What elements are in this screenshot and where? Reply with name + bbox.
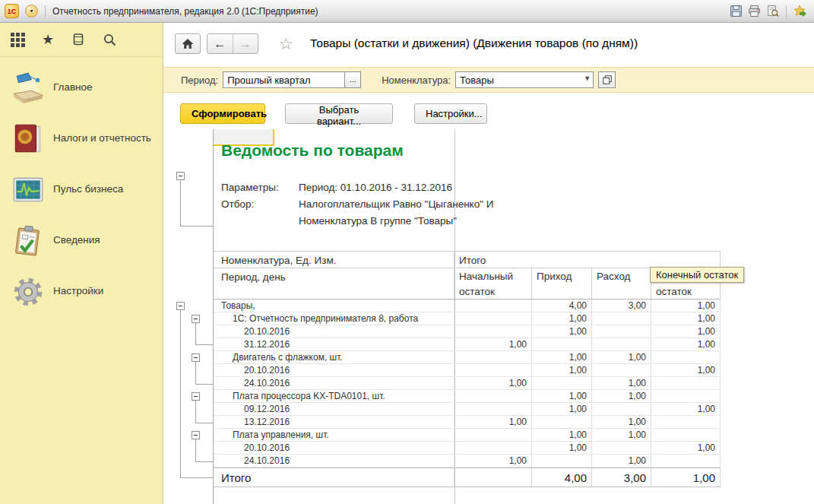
nomenclature-input[interactable] (455, 71, 594, 88)
cell-name[interactable]: 20.10.2016 (214, 325, 455, 338)
print-preview-icon[interactable] (766, 5, 779, 17)
period-ellipsis-button[interactable]: ... (344, 71, 361, 88)
favorites-star-arrow-icon[interactable] (793, 5, 806, 17)
sidebar-item-puls[interactable]: Пульс бизнеса (0, 163, 163, 214)
search-icon[interactable] (103, 33, 117, 47)
cell-end-balance[interactable] (651, 351, 721, 363)
cell-outflow[interactable]: 1,00 (592, 455, 651, 467)
cell-outflow[interactable]: 3,00 (592, 300, 651, 312)
sidebar-item-glavnoe[interactable]: Главное (0, 62, 163, 113)
cell-start-balance[interactable] (455, 364, 532, 376)
cell-inflow[interactable]: 1,00 (532, 429, 592, 441)
cell-end-balance[interactable]: 1,00 (651, 312, 721, 325)
table-row[interactable]: 24.10.2016 1,00 1,00 (214, 455, 721, 468)
cell-outflow[interactable] (592, 403, 651, 415)
cell-end-balance[interactable]: 1,00 (651, 300, 721, 312)
cell-outflow[interactable] (592, 364, 651, 376)
cell-inflow[interactable]: 1,00 (532, 364, 592, 376)
cell-end-balance[interactable] (651, 455, 721, 467)
cell-inflow[interactable]: 1,00 (532, 390, 592, 402)
generate-button[interactable]: Сформировать (180, 103, 265, 124)
cell-inflow[interactable]: 4,00 (532, 300, 592, 312)
cell-end-balance[interactable]: 1,00 (651, 364, 721, 376)
print-icon[interactable] (748, 5, 761, 17)
cell-name[interactable]: 09.12.2016 (214, 403, 455, 415)
cell-name[interactable]: 20.10.2016 (214, 364, 455, 376)
cell-end-balance[interactable]: 1,00 (651, 338, 721, 350)
cell-inflow[interactable]: 1,00 (532, 442, 592, 454)
cell-outflow[interactable]: 1,00 (592, 390, 651, 402)
table-row[interactable]: Двигатель с флажком, шт. 1,00 1,00 (214, 351, 721, 364)
favorite-toggle-star-icon[interactable]: ☆ (279, 35, 293, 53)
cell-inflow[interactable] (532, 416, 592, 428)
cell-inflow[interactable]: 1,00 (532, 325, 592, 338)
cell-outflow[interactable] (592, 312, 651, 325)
sidebar-item-svedeniya[interactable]: Сведения (0, 214, 163, 265)
chevron-down-icon[interactable]: ▼ (584, 74, 591, 82)
cell-start-balance[interactable]: 1,00 (455, 416, 532, 428)
collapse-group-button[interactable] (176, 172, 185, 180)
cell-name[interactable]: 1С: Отчетность предпринимателя 8, работа (214, 312, 455, 325)
table-row[interactable]: 20.10.2016 1,00 1,00 (214, 325, 721, 338)
cell-end-balance[interactable] (651, 390, 721, 402)
cell-inflow[interactable] (532, 338, 592, 350)
open-item-button[interactable] (598, 71, 616, 88)
cell-name[interactable]: 20.10.2016 (214, 442, 455, 454)
cell-outflow[interactable] (592, 325, 651, 338)
save-icon[interactable] (730, 5, 743, 17)
cell-outflow[interactable] (592, 338, 651, 350)
collapse-group-button[interactable] (176, 302, 185, 310)
collapse-group-button[interactable] (192, 392, 200, 401)
cell-name[interactable]: 24.10.2016 (214, 455, 455, 467)
table-row[interactable]: Плата процессора KX-TDA0101, шт. 1,00 1,… (214, 390, 721, 403)
forward-button[interactable]: → (233, 34, 258, 53)
cell-end-balance[interactable] (651, 429, 721, 441)
table-row[interactable]: 13.12.2016 1,00 1,00 (214, 416, 721, 429)
cell-name[interactable]: Плата управления, шт. (214, 429, 455, 441)
cell-start-balance[interactable] (455, 429, 532, 441)
settings-button[interactable]: Настройки... (414, 103, 487, 124)
cell-start-balance[interactable]: 1,00 (455, 338, 532, 350)
cell-outflow[interactable]: 1,00 (592, 351, 651, 363)
table-row[interactable]: 09.12.2016 1,00 1,00 (214, 403, 721, 416)
cell-start-balance[interactable]: 1,00 (455, 377, 532, 389)
cell-outflow[interactable]: 1,00 (592, 377, 651, 389)
cell-name[interactable]: Товары, (214, 300, 455, 312)
cell-start-balance[interactable] (455, 351, 532, 363)
cell-name[interactable]: Двигатель с флажком, шт. (214, 351, 455, 363)
cell-end-balance[interactable] (651, 377, 721, 389)
table-total-row[interactable]: Итого 4,00 3,00 1,00 (214, 468, 721, 487)
table-row[interactable]: 20.10.2016 1,00 1,00 (214, 364, 721, 377)
cell-inflow[interactable]: 1,00 (532, 403, 592, 415)
cell-inflow[interactable] (532, 377, 592, 389)
cell-name[interactable]: Плата процессора KX-TDA0101, шт. (214, 390, 455, 402)
cell-outflow[interactable]: 1,00 (592, 429, 651, 441)
cell-outflow[interactable]: 1,00 (592, 416, 651, 428)
cell-name[interactable]: 31.12.2016 (214, 338, 455, 350)
favorites-star-icon[interactable]: ★ (42, 33, 54, 46)
cell-end-balance[interactable]: 1,00 (651, 403, 721, 415)
cell-start-balance[interactable] (455, 300, 532, 312)
cell-inflow[interactable] (532, 455, 592, 467)
cell-inflow[interactable]: 1,00 (532, 312, 592, 325)
menu-grid-icon[interactable] (11, 33, 25, 47)
collapse-group-button[interactable] (192, 353, 200, 362)
sidebar-item-nastroyki[interactable]: Настройки (0, 265, 163, 316)
cell-name[interactable]: 24.10.2016 (214, 377, 455, 389)
table-row[interactable]: 1С: Отчетность предпринимателя 8, работа… (214, 312, 721, 325)
table-row[interactable]: 20.10.2016 1,00 1,00 (214, 442, 721, 455)
cell-start-balance[interactable] (455, 390, 532, 402)
cell-inflow[interactable]: 1,00 (532, 351, 592, 363)
sidebar-item-nalogi[interactable]: Налоги и отчетность (0, 113, 163, 163)
collapse-group-button[interactable] (192, 315, 200, 323)
history-scroll-icon[interactable] (71, 32, 86, 47)
cell-start-balance[interactable]: 1,00 (455, 455, 532, 467)
table-row[interactable]: Плата управления, шт. 1,00 1,00 (214, 429, 721, 442)
choose-variant-button[interactable]: Выбрать вариант... (285, 103, 393, 124)
system-menu-button[interactable]: ▼ (25, 5, 38, 17)
collapse-group-button[interactable] (192, 431, 200, 439)
cell-outflow[interactable] (592, 442, 651, 454)
cell-name[interactable]: 13.12.2016 (214, 416, 455, 428)
cell-start-balance[interactable] (455, 442, 532, 454)
cell-start-balance[interactable] (455, 325, 532, 338)
